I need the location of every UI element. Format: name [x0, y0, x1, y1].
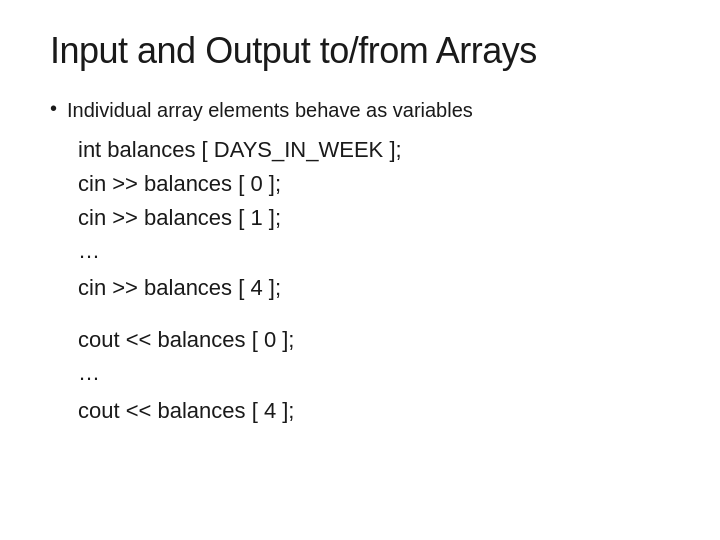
code-block-cout: cout << balances [ 0 ];	[78, 324, 680, 356]
bullet-text: Individual array elements behave as vari…	[67, 96, 473, 124]
code-block-cin-4: cin >> balances [ 4 ];	[78, 272, 680, 304]
spacer	[50, 304, 680, 320]
ellipsis-1: …	[78, 236, 680, 267]
bullet-item: • Individual array elements behave as va…	[50, 96, 680, 124]
code-line-5: cout << balances [ 0 ];	[78, 324, 680, 356]
code-line-3: cin >> balances [ 1 ];	[78, 202, 680, 234]
ellipsis-2: …	[78, 358, 680, 389]
slide-title: Input and Output to/from Arrays	[50, 30, 680, 72]
slide-container: Input and Output to/from Arrays • Indivi…	[0, 0, 720, 540]
code-block-cout-4: cout << balances [ 4 ];	[78, 395, 680, 427]
code-block-cin: int balances [ DAYS_IN_WEEK ]; cin >> ba…	[78, 134, 680, 234]
bullet-dot: •	[50, 97, 57, 120]
code-line-6: cout << balances [ 4 ];	[78, 395, 680, 427]
code-line-1: int balances [ DAYS_IN_WEEK ];	[78, 134, 680, 166]
code-line-2: cin >> balances [ 0 ];	[78, 168, 680, 200]
content-area: • Individual array elements behave as va…	[50, 96, 680, 427]
code-line-4: cin >> balances [ 4 ];	[78, 272, 680, 304]
